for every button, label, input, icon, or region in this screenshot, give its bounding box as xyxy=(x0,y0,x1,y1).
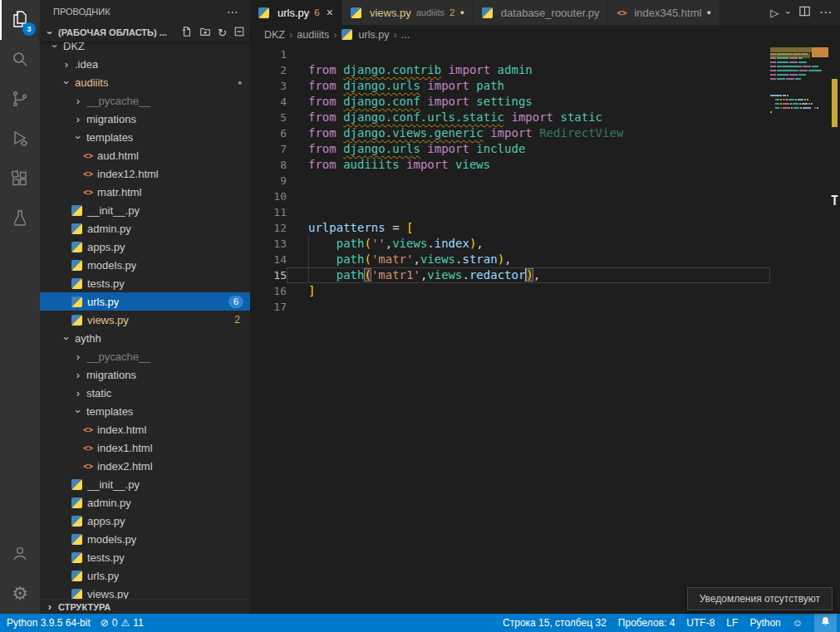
code-line-7[interactable]: 7from django.urls import include xyxy=(250,141,840,157)
tree-item-matr.html[interactable]: <>matr.html xyxy=(40,183,250,201)
minimap[interactable] xyxy=(770,47,828,118)
sidebar-more-actions-icon[interactable]: ⋯ xyxy=(227,5,238,18)
dirty-dot-icon[interactable]: ● xyxy=(706,8,710,17)
tree-item-index.html[interactable]: <>index.html xyxy=(40,420,250,438)
workspace-section-header[interactable]: › (РАБОЧАЯ ОБЛАСТЬ) ... ↻ xyxy=(40,23,250,42)
cursor-position-status[interactable]: Строка 15, столбец 32 xyxy=(503,614,607,632)
outline-section-header[interactable]: › СТРУКТУРА xyxy=(40,599,250,614)
tree-item-tests.py[interactable]: tests.py xyxy=(40,274,250,292)
run-dropdown-chevron-icon[interactable]: › xyxy=(784,11,793,14)
line-number[interactable]: 6 xyxy=(250,127,287,140)
code-line-3[interactable]: 3from django.urls import path xyxy=(250,78,840,94)
line-number[interactable]: 1 xyxy=(250,48,287,61)
line-number[interactable]: 10 xyxy=(250,190,287,203)
code-line-13[interactable]: 13 path('',views.index), xyxy=(250,236,840,252)
tab-urls.py[interactable]: urls.py6× xyxy=(250,0,342,25)
code-line-5[interactable]: 5from django.conf.urls.static import sta… xyxy=(250,110,840,125)
tree-item-urls.py[interactable]: urls.py xyxy=(40,566,250,585)
indentation-status[interactable]: Пробелов: 4 xyxy=(618,614,675,632)
testing-activity-button[interactable] xyxy=(0,199,40,239)
line-number[interactable]: 15 xyxy=(250,269,287,282)
tree-item-models.py[interactable]: models.py xyxy=(40,256,250,274)
code-line-15[interactable]: 15 path('matr1',views.redactor), xyxy=(250,267,840,283)
tree-item-templates[interactable]: ›templates xyxy=(40,128,250,146)
encoding-status[interactable]: UTF-8 xyxy=(686,614,715,632)
problems-status[interactable]: ⊘ 0 ⚠ 11 xyxy=(101,614,144,632)
line-number[interactable]: 13 xyxy=(250,238,287,250)
run-python-file-icon[interactable]: ▷ xyxy=(770,7,779,19)
tree-item-index12.html[interactable]: <>index12.html xyxy=(40,164,250,183)
line-number[interactable]: 9 xyxy=(250,174,287,187)
code-line-10[interactable]: 10 xyxy=(250,189,840,204)
tree-item-__init__.py[interactable]: __init__.py xyxy=(40,201,250,219)
tree-item-audiiits[interactable]: ›audiiits● xyxy=(40,73,250,91)
tree-item-urls.py[interactable]: urls.py6 xyxy=(40,292,250,311)
tab-database_roouter.py[interactable]: database_roouter.py xyxy=(474,0,609,25)
code-line-14[interactable]: 14 path('matr',views.stran), xyxy=(250,252,840,267)
run-debug-activity-button[interactable] xyxy=(0,120,40,159)
code-line-16[interactable]: 16] xyxy=(250,283,840,299)
tree-item-tests.py[interactable]: tests.py xyxy=(40,548,250,566)
tree-item-templates[interactable]: ›templates xyxy=(40,402,250,420)
breadcrumb-item-audiiits[interactable]: audiiits xyxy=(297,29,329,41)
code-line-12[interactable]: 12urlpatterns = [ xyxy=(250,220,840,236)
line-number[interactable]: 4 xyxy=(250,96,287,108)
source-control-activity-button[interactable] xyxy=(0,80,40,120)
line-number[interactable]: 12 xyxy=(250,222,287,234)
code-editor[interactable]: 12from django.contrib import admin3from … xyxy=(250,44,840,614)
code-line-6[interactable]: 6from django.views.generic import Redire… xyxy=(250,125,840,141)
line-number[interactable]: 16 xyxy=(250,285,287,297)
extensions-activity-button[interactable] xyxy=(0,159,40,199)
code-line-4[interactable]: 4from django.conf import settings xyxy=(250,94,840,110)
code-line-2[interactable]: 2from django.contrib import admin xyxy=(250,62,840,78)
line-number[interactable]: 7 xyxy=(250,143,287,155)
code-line-17[interactable]: 17 xyxy=(250,299,840,315)
code-line-8[interactable]: 8from audiiits import views xyxy=(250,157,840,173)
code-line-9[interactable]: 9 xyxy=(250,173,840,189)
tree-item-__pycache__[interactable]: ›__pycache__ xyxy=(40,91,250,110)
line-number[interactable]: 14 xyxy=(250,253,287,266)
tree-item-index2.html[interactable]: <>index2.html xyxy=(40,457,250,475)
tree-item-apps.py[interactable]: apps.py xyxy=(40,238,250,256)
new-folder-icon[interactable] xyxy=(199,26,211,39)
python-interpreter-status[interactable]: Python 3.9.5 64-bit xyxy=(7,614,91,632)
tree-item-migrations[interactable]: ›migrations xyxy=(40,110,250,128)
tree-item-__pycache__[interactable]: ›__pycache__ xyxy=(40,347,250,365)
line-number[interactable]: 5 xyxy=(250,111,287,124)
line-number[interactable]: 11 xyxy=(250,206,287,218)
code-line-11[interactable]: 11 xyxy=(250,204,840,220)
tab-index345.html[interactable]: <>index345.html● xyxy=(608,0,720,25)
line-number[interactable]: 2 xyxy=(250,64,287,76)
search-activity-button[interactable] xyxy=(0,40,40,80)
editor-more-actions-icon[interactable]: ⋯ xyxy=(819,5,832,20)
account-button[interactable] xyxy=(0,534,40,574)
new-file-icon[interactable] xyxy=(181,26,193,39)
tree-item-static[interactable]: ›static xyxy=(40,384,250,402)
feedback-smiley-icon[interactable]: ☺ xyxy=(793,614,803,632)
eol-status[interactable]: LF xyxy=(726,614,738,632)
settings-button[interactable]: ⚙ xyxy=(0,574,40,614)
language-mode-status[interactable]: Python xyxy=(749,614,780,632)
tree-item-admin.py[interactable]: admin.py xyxy=(40,493,250,512)
tree-item-.idea[interactable]: ›.idea xyxy=(40,55,250,73)
split-editor-icon[interactable] xyxy=(798,5,811,20)
collapse-folders-icon[interactable] xyxy=(233,26,245,39)
tree-item-views.py[interactable]: views.py2 xyxy=(40,311,250,329)
tree-item-apps.py[interactable]: apps.py xyxy=(40,512,250,530)
close-icon[interactable]: × xyxy=(327,6,333,19)
line-number[interactable]: 8 xyxy=(250,159,287,171)
code-line-1[interactable]: 1 xyxy=(250,47,840,62)
breadcrumb-item-urls.py[interactable]: urls.py xyxy=(341,29,390,41)
tree-item-aud.html[interactable]: <>aud.html xyxy=(40,146,250,164)
tree-item-__init__.py[interactable]: __init__.py xyxy=(40,475,250,493)
line-number[interactable]: 3 xyxy=(250,80,287,92)
tree-item-migrations[interactable]: ›migrations xyxy=(40,365,250,384)
explorer-activity-button[interactable]: 3 xyxy=(0,0,40,40)
tree-item-views.py[interactable]: views.py xyxy=(40,585,250,599)
tree-item-models.py[interactable]: models.py xyxy=(40,530,250,548)
tree-item-index1.html[interactable]: <>index1.html xyxy=(40,438,250,457)
tab-views.py[interactable]: views.pyaudiiits2● xyxy=(342,0,474,25)
refresh-icon[interactable]: ↻ xyxy=(218,27,227,39)
dirty-dot-icon[interactable]: ● xyxy=(459,8,464,17)
tree-item-aythh[interactable]: ›aythh xyxy=(40,329,250,347)
